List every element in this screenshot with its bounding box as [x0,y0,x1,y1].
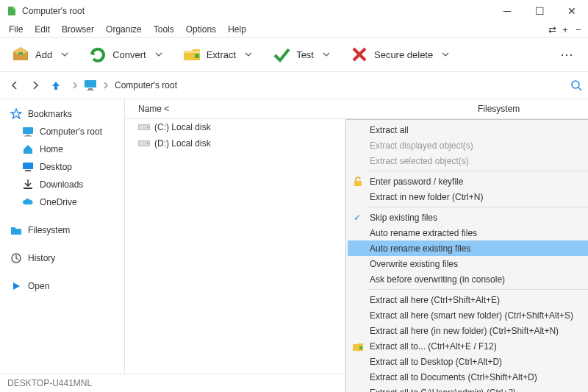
sidebar-item-downloads[interactable]: Downloads [0,176,124,193]
add-dropdown[interactable] [57,38,73,71]
nav-up-button[interactable] [47,76,65,94]
sidebar: Bookmarks Computer's root Home Desktop D… [0,99,125,374]
menu-edit[interactable]: Edit [29,23,56,36]
cloud-icon [22,196,34,208]
menu-item-extract-new-folder[interactable]: Extract in new folder (Ctrl+N) [348,189,588,204]
drive-label: (C:) Local disk [154,122,211,132]
address-bar[interactable]: Computer's root [72,79,177,91]
chevron-icon [103,82,109,89]
search-icon[interactable] [570,79,582,91]
test-dropdown[interactable] [318,38,334,71]
file-rows: (C:) Local disk NTFS, 53% free (D:) Loca… [125,119,588,152]
toolbar-more-button[interactable]: ⋯ [553,46,582,63]
play-icon [10,280,22,292]
secure-delete-button[interactable]: Secure delete [345,38,437,71]
sidebar-item-history[interactable]: History [0,249,124,267]
nav-forward-button[interactable] [26,76,44,94]
extract-button[interactable]: Extract [177,38,240,71]
menu-item-extract-selected: Extract selected object(s) [348,153,588,168]
navigation-bar: Computer's root [0,72,588,99]
menu-item-extract-all-desktop[interactable]: Extract all to Desktop (Ctrl+Alt+D) [348,354,588,369]
window-buttons: ─ ☐ ✕ [491,0,588,22]
content-area: Bookmarks Computer's root Home Desktop D… [0,99,588,374]
titlebar: Computer's root ─ ☐ ✕ [0,0,588,22]
x-icon [349,44,370,65]
sidebar-item-home[interactable]: Home [0,140,124,158]
monitor-icon [84,79,97,91]
disk-icon [138,123,150,132]
sidebar-item-label: Desktop [40,162,72,172]
sidebar-item-desktop[interactable]: Desktop [0,158,124,176]
svg-rect-2 [88,88,93,90]
menu-tools[interactable]: Tools [148,23,180,36]
sidebar-item-label: OneDrive [40,197,77,207]
extract-dropdown[interactable] [240,38,257,71]
test-button[interactable]: Test [267,38,318,71]
menu-item-enter-password[interactable]: Enter password / keyfile [348,174,588,189]
menu-item-skip-existing[interactable]: Skip existing files [348,210,588,225]
unlock-icon [352,176,364,188]
sidebar-item-open[interactable]: Open [0,277,124,295]
convert-icon [87,44,108,65]
extract-menu: Extract all Extract displayed object(s) … [345,119,588,392]
swap-icon[interactable]: ⇄ [545,24,559,35]
star-icon [10,108,22,120]
svg-point-16 [147,143,148,144]
convert-label: Convert [112,49,146,60]
close-button[interactable]: ✕ [556,0,588,22]
sidebar-item-filesystem[interactable]: Filesystem [0,221,124,239]
menu-item-ask-before-overwriting[interactable]: Ask before overwriting (in console) [348,271,588,287]
menu-item-overwrite-existing[interactable]: Overwrite existing files [348,256,588,271]
menu-item-extract-all-here-smart[interactable]: Extract all here (smart new folder) (Ctr… [348,307,588,323]
menu-item-auto-rename-existing[interactable]: Auto rename existing files [348,240,588,256]
menu-browser[interactable]: Browser [56,23,100,36]
sidebar-item-onedrive[interactable]: OneDrive [0,193,124,211]
plus-icon[interactable]: + [559,24,572,35]
drive-label: (D:) Local disk [154,138,211,149]
chevron-icon [72,82,78,89]
menu-item-extract-all[interactable]: Extract all [348,122,588,138]
window-title: Computer's root [22,6,491,16]
column-filesystem[interactable]: Filesystem [478,104,588,114]
svg-rect-5 [23,127,33,134]
convert-dropdown[interactable] [151,38,167,71]
menu-organize[interactable]: Organize [100,23,148,36]
menu-item-extract-all-here[interactable]: Extract all here (Ctrl+Shift+Alt+E) [348,292,588,307]
minus-icon[interactable]: − [572,24,585,35]
convert-button[interactable]: Convert [83,38,151,71]
sidebar-item-label: Computer's root [40,126,102,137]
svg-rect-0 [195,54,199,58]
breadcrumb-root[interactable]: Computer's root [115,80,177,90]
monitor-icon [22,126,34,138]
menu-separator [368,207,588,207]
svg-rect-1 [85,80,96,88]
menu-item-extract-all-to[interactable]: Extract all to... (Ctrl+Alt+E / F12) [348,338,588,354]
nav-back-button[interactable] [6,76,24,94]
svg-rect-9 [25,170,31,171]
menu-options[interactable]: Options [180,23,222,36]
menu-item-auto-rename-extracted[interactable]: Auto rename extracted files [348,225,588,240]
sidebar-item-label: Open [28,281,49,291]
menu-item-extract-all-documents[interactable]: Extract all to Documents (Ctrl+Shift+Alt… [348,369,588,385]
menu-help[interactable]: Help [222,23,252,36]
minimize-button[interactable]: ─ [491,0,523,22]
check-icon [271,44,292,65]
sidebar-item-bookmarks[interactable]: Bookmarks [0,105,124,123]
menu-bar: File Edit Browser Organize Tools Options… [0,22,588,37]
add-button[interactable]: Add [6,38,57,71]
folder-icon [10,224,22,236]
sidebar-item-label: Home [40,144,63,154]
box-add-icon [10,44,31,65]
maximize-button[interactable]: ☐ [523,0,556,22]
svg-rect-7 [24,136,32,137]
disk-icon [138,139,150,148]
menu-item-extract-all-here-new[interactable]: Extract all here (in new folder) (Ctrl+S… [348,323,588,338]
sidebar-item-computers-root[interactable]: Computer's root [0,123,124,140]
extract-label: Extract [207,49,236,60]
column-name[interactable]: Name < [125,104,478,114]
menu-item-extract-all-user[interactable]: Extract all to C:\Users\admin\ (Ctrl+2) [348,385,588,392]
download-icon [22,179,34,190]
secure-delete-dropdown[interactable] [437,38,453,71]
sidebar-item-label: Downloads [40,179,83,190]
menu-file[interactable]: File [3,23,29,36]
